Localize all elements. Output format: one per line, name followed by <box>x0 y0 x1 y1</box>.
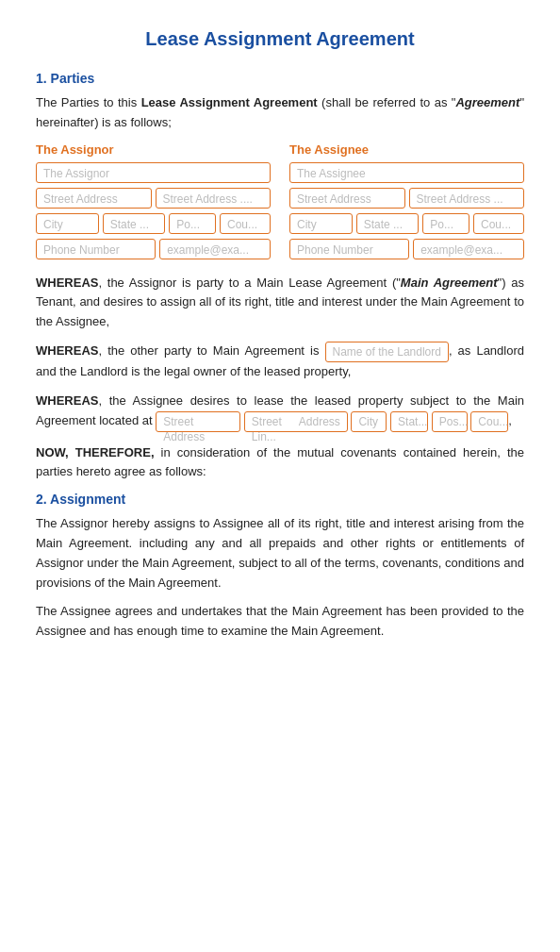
assignor-email-input[interactable]: example@exa... <box>159 239 271 259</box>
intro-text: The Parties to this <box>36 95 141 109</box>
intro-bold: Lease Assignment Agreement <box>141 95 318 109</box>
assignor-city-row: City State ... Po... Cou... <box>36 213 271 234</box>
whereas3-country-input[interactable]: Cou... <box>470 411 508 432</box>
assignee-city-row: City State ... Po... Cou... <box>289 213 524 234</box>
assignee-email-input[interactable]: example@exa... <box>413 239 524 259</box>
whereas1-paragraph: WHEREAS, the Assignor is party to a Main… <box>36 274 524 332</box>
whereas3-state-input[interactable]: Stat... <box>390 411 428 432</box>
page-1: Lease Assignment Agreement 1. Parties Th… <box>0 0 560 952</box>
section-1-heading: 1. Parties <box>36 71 524 86</box>
section2-p1: The Assignor hereby assigns to Assignee … <box>36 514 524 593</box>
landlord-name-input[interactable]: Name of the Landlord <box>325 342 449 362</box>
document-title: Lease Assignment Agreement <box>36 28 524 50</box>
whereas2-text: , the other party to Main Agreement is <box>98 343 324 358</box>
now-therefore-paragraph: NOW, THEREFORE, in consideration of the … <box>36 443 524 483</box>
intro-paragraph: The Parties to this Lease Assignment Agr… <box>36 93 524 133</box>
whereas1-bold: WHEREAS <box>36 276 98 290</box>
assignor-street1-input[interactable]: Street Address <box>36 188 152 209</box>
whereas3-street1-input[interactable]: Street Address <box>156 411 240 432</box>
now-therefore-bold: NOW, THEREFORE, <box>36 445 155 459</box>
assignor-street-row: Street Address Street Address .... <box>36 188 271 209</box>
assignor-col: The Assignor The Assignor Street Address… <box>36 142 271 264</box>
section2-p2: The Assignee agrees and undertakes that … <box>36 602 524 642</box>
assignee-country-input[interactable]: Cou... <box>473 213 524 234</box>
assignor-contact-row: Phone Number example@exa... <box>36 239 271 259</box>
assignee-street-row: Street Address Street Address ... <box>289 188 524 209</box>
assignor-name-input[interactable]: The Assignor <box>36 162 271 183</box>
assignor-city-input[interactable]: City <box>36 213 99 234</box>
whereas3-city-input[interactable]: City <box>351 411 387 432</box>
parties-row: The Assignor The Assignor Street Address… <box>36 142 524 264</box>
whereas3-text2: , <box>508 413 512 427</box>
assignee-street2-input[interactable]: Street Address ... <box>409 188 525 209</box>
assignee-city-input[interactable]: City <box>289 213 353 234</box>
whereas1-text: , the Assignor is party to a Main Lease … <box>98 276 400 290</box>
whereas2-bold: WHEREAS <box>36 343 98 358</box>
whereas3-postal-input[interactable]: Pos... <box>432 411 468 432</box>
whereas3-bold: WHEREAS <box>36 393 98 408</box>
whereas3-paragraph: WHEREAS, the Assignee desires to lease t… <box>36 392 524 432</box>
assignor-country-input[interactable]: Cou... <box>220 213 271 234</box>
whereas3-street2-input[interactable]: Street Address Lin... <box>244 411 348 432</box>
assignor-street2-input[interactable]: Street Address .... <box>156 188 272 209</box>
section-2-heading: 2. Assignment <box>36 492 524 507</box>
whereas1-italic-bold: Main Agreement <box>401 276 498 290</box>
intro-italic-bold: Agreement <box>455 95 519 109</box>
assignee-postal-input[interactable]: Po... <box>422 213 469 234</box>
intro-cont: (shall be referred to as " <box>318 95 456 109</box>
whereas2-paragraph: WHEREAS, the other party to Main Agreeme… <box>36 342 524 382</box>
assignor-phone-input[interactable]: Phone Number <box>36 239 156 259</box>
assignee-name-input[interactable]: The Assignee <box>289 162 524 183</box>
assignor-postal-input[interactable]: Po... <box>169 213 216 234</box>
assignee-col: The Assignee The Assignee Street Address… <box>289 142 524 264</box>
assignee-phone-input[interactable]: Phone Number <box>289 239 409 259</box>
assignor-state-input[interactable]: State ... <box>103 213 166 234</box>
assignee-state-input[interactable]: State ... <box>356 213 420 234</box>
assignor-label: The Assignor <box>36 142 271 157</box>
assignee-label: The Assignee <box>289 142 524 157</box>
assignee-street1-input[interactable]: Street Address <box>289 188 405 209</box>
assignee-contact-row: Phone Number example@exa... <box>289 239 524 259</box>
